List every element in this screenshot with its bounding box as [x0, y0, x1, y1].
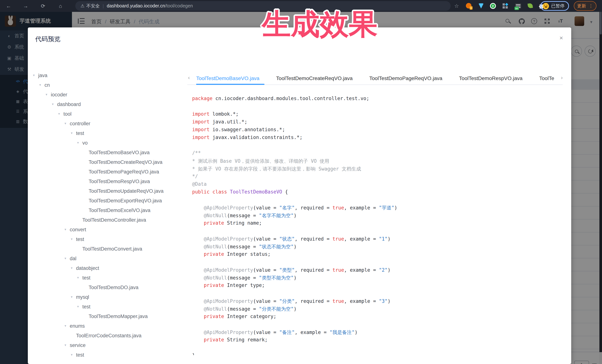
tree-folder-row[interactable]: ▾test [33, 128, 189, 138]
tabs-scroll-left-icon[interactable]: ‹ [188, 74, 190, 80]
bookmark-star-icon[interactable]: ☆ [453, 3, 460, 9]
code-token: (value = [253, 236, 279, 242]
caret-down-icon[interactable]: ▾ [58, 112, 64, 116]
caret-down-icon[interactable]: ▾ [71, 353, 76, 357]
divider: | [103, 3, 104, 9]
tab-ToolTe[interactable]: ToolTe [539, 73, 554, 85]
caret-down-icon[interactable]: ▾ [33, 73, 38, 77]
tree-folder-row[interactable]: ▾dataobject [33, 263, 189, 273]
extension-proxy-icon[interactable]: on [515, 3, 522, 9]
code-token: private [204, 314, 224, 319]
caret-down-icon[interactable]: ▾ [77, 305, 82, 308]
caret-down-icon[interactable]: ▾ [52, 102, 57, 106]
extension-orange-icon[interactable]: 1 [466, 3, 473, 9]
home-icon[interactable]: ⌂ [57, 3, 64, 9]
extension-leaf-icon[interactable] [528, 3, 535, 9]
file-tree[interactable]: ▾java▾cn▾iocoder▾dashboard▾tool▾controll… [33, 70, 189, 360]
tree-folder-row[interactable]: ▾service [33, 340, 189, 350]
caret-down-icon[interactable]: ▾ [64, 122, 70, 125]
browser-scrollbar[interactable] [599, 0, 602, 352]
code-viewer[interactable]: package cn.iocoder.dashboard.modules.too… [192, 96, 567, 355]
code-line: private Integer type; [192, 282, 567, 290]
browser-menu-icon[interactable]: ⋮ [589, 3, 593, 9]
code-token: (message = [227, 275, 259, 281]
extension-green-icon[interactable]: y [490, 3, 497, 9]
tree-folder-row[interactable]: ▾mysql [33, 292, 189, 302]
code-token: io.swagger.annotations.*; [210, 127, 285, 132]
tab-ToolTestDemoRespVO.java[interactable]: ToolTestDemoRespVO.java [459, 73, 522, 85]
code-token: java.util.*; [210, 119, 247, 125]
code-line: @ApiModelProperty(value = "备注", example … [192, 329, 567, 337]
update-button[interactable]: 更新 ⋮ [574, 1, 596, 11]
extension-badge: 1 [470, 6, 473, 10]
tree-file-row[interactable]: ToolTestDemoPageReqVO.java [33, 167, 189, 177]
code-token: public class [192, 189, 227, 195]
code-token: , example = [344, 236, 379, 242]
tree-file-row[interactable]: ToolTestDemoExportReqVO.java [33, 196, 189, 205]
caret-down-icon[interactable]: ▾ [64, 257, 70, 260]
tree-file-row[interactable]: ToolTestDemoController.java [33, 215, 189, 225]
tree-folder-row[interactable]: ▾test [33, 350, 189, 360]
profile-chip-label: 已暂停 [551, 3, 565, 9]
caret-down-icon[interactable]: ▾ [71, 237, 76, 241]
tree-folder-row[interactable]: ▾vo [33, 138, 189, 147]
tree-folder-row[interactable]: ▾controller [33, 119, 189, 128]
back-icon[interactable]: ← [5, 3, 12, 9]
tree-folder-row[interactable]: ▾cn [33, 80, 189, 90]
extension-drop-icon[interactable] [478, 3, 485, 9]
tree-folder-row[interactable]: ▾test [33, 273, 189, 282]
caret-down-icon[interactable]: ▾ [71, 266, 76, 270]
forward-icon[interactable]: → [22, 3, 29, 9]
tab-ToolTestDemoBaseVO.java[interactable]: ToolTestDemoBaseVO.java [196, 73, 259, 85]
tab-ToolTestDemoPageReqVO.java[interactable]: ToolTestDemoPageReqVO.java [369, 73, 442, 85]
caret-down-icon[interactable]: ▾ [39, 83, 44, 87]
code-token: "状态" [279, 236, 295, 242]
tree-folder-row[interactable]: ▾enums [33, 321, 189, 331]
code-line: public class ToolTestDemoBaseVO { [192, 189, 567, 197]
tree-file-row[interactable]: ToolErrorCodeConstants.java [33, 331, 189, 340]
code-line: private String remark; [192, 337, 567, 345]
code-token: (message = [227, 306, 259, 312]
close-icon[interactable]: × [559, 35, 563, 41]
caret-down-icon[interactable]: ▾ [71, 131, 76, 135]
code-line: @NotNull(message = "类型不能为空") [192, 275, 567, 282]
tree-file-row[interactable]: ToolTestDemoRespVO.java [33, 177, 189, 186]
caret-down-icon[interactable]: ▾ [64, 343, 70, 347]
tree-folder-row[interactable]: ▾iocoder [33, 90, 189, 99]
code-line: import io.swagger.annotations.*; [192, 127, 567, 135]
code-token: } [192, 353, 195, 355]
tree-node-label: service [70, 342, 86, 348]
tree-folder-row[interactable]: ▾dal [33, 254, 189, 263]
tree-file-row[interactable]: ToolTestDemoUpdateReqVO.java [33, 186, 189, 196]
tree-node-label: ToolTestDemoUpdateReqVO.java [89, 188, 164, 194]
caret-down-icon[interactable]: ▾ [64, 324, 70, 328]
tree-file-row[interactable]: ToolTestDemoCreateReqVO.java [33, 157, 189, 167]
tree-folder-row[interactable]: ▾convert [33, 225, 189, 234]
code-token [192, 275, 204, 281]
tree-file-row[interactable]: ToolTestDemoMapper.java [33, 311, 189, 321]
profile-chip[interactable]: 已暂停 [540, 1, 569, 11]
caret-down-icon[interactable]: ▾ [71, 295, 76, 299]
caret-down-icon[interactable]: ▾ [77, 276, 82, 280]
extension-squares-icon[interactable] [503, 3, 509, 9]
tab-ToolTestDemoCreateReqVO.java[interactable]: ToolTestDemoCreateReqVO.java [276, 73, 353, 85]
tree-folder-row[interactable]: ▾tool [33, 109, 189, 119]
code-token: "类型不能为空" [259, 275, 294, 281]
reload-icon[interactable]: ⟳ [40, 3, 46, 9]
caret-down-icon[interactable]: ▾ [77, 141, 82, 145]
tree-folder-row[interactable]: ▾test [33, 302, 189, 311]
address-bar[interactable]: ⚠ 不安全 | dashboard.yudao.iocoder.cn/tool/… [75, 1, 451, 11]
caret-down-icon[interactable]: ▾ [64, 228, 70, 231]
tree-file-row[interactable]: ToolTestDemoExcelVO.java [33, 205, 189, 215]
code-token: javax.validation.constraints.*; [210, 135, 302, 140]
code-token: @NotNull [204, 306, 227, 312]
tree-file-row[interactable]: ToolTestDemoDO.java [33, 282, 189, 292]
tree-file-row[interactable]: ToolTestDemoConvert.java [33, 244, 189, 254]
tree-file-row[interactable]: ToolTestDemoBaseVO.java [33, 147, 189, 157]
security-label[interactable]: 不安全 [86, 3, 100, 9]
caret-down-icon[interactable]: ▾ [46, 93, 51, 96]
tabs-scroll-right-icon[interactable]: › [561, 74, 563, 80]
tree-folder-row[interactable]: ▾dashboard [33, 99, 189, 109]
tree-folder-row[interactable]: ▾test [33, 234, 189, 244]
tree-folder-row[interactable]: ▾java [33, 70, 189, 80]
